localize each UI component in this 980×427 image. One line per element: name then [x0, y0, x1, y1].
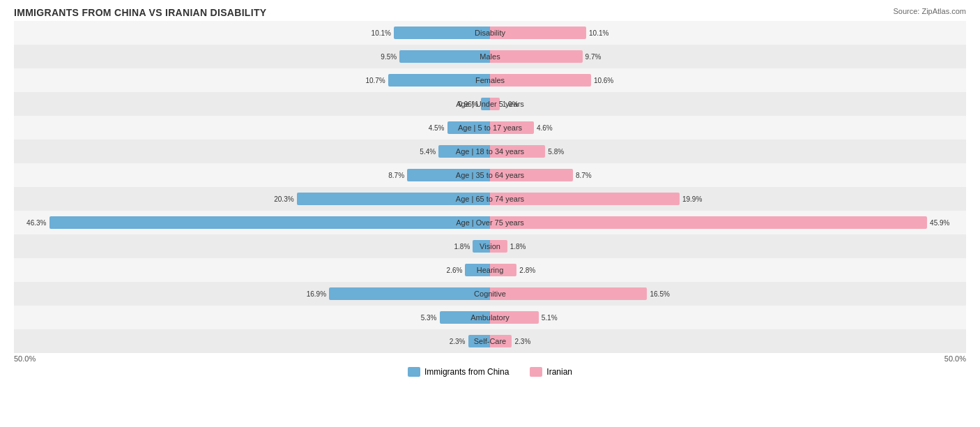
- bar-label: Age | Under 5 years: [453, 100, 527, 108]
- bar-label: Age | 18 to 34 years: [453, 147, 527, 156]
- val-right: 8.7%: [576, 172, 592, 179]
- bar-label: Age | 35 to 64 years: [453, 171, 527, 179]
- bar-left: [329, 287, 490, 300]
- bar-right: [490, 287, 647, 300]
- legend: Immigrants from China Iranian: [14, 367, 966, 377]
- bar-label: Age | Over 75 years: [453, 218, 527, 227]
- chart-row: Age | Over 75 years46.3%45.9%: [14, 211, 966, 234]
- val-left: 10.1%: [372, 29, 391, 37]
- chart-row: Age | 35 to 64 years8.7%8.7%: [14, 163, 966, 187]
- bar-label: Ambulatory: [468, 313, 512, 322]
- val-left: 8.7%: [388, 172, 404, 179]
- val-right: 4.6%: [537, 124, 553, 132]
- legend-item-right: Iranian: [530, 367, 572, 377]
- legend-box-left: [408, 367, 420, 377]
- chart-row: Ambulatory5.3%5.1%: [14, 306, 966, 329]
- bar-right: [490, 216, 927, 229]
- legend-label-left: Immigrants from China: [424, 367, 509, 377]
- chart-title: IMMIGRANTS FROM CHINA VS IRANIAN DISABIL…: [14, 7, 966, 18]
- legend-box-right: [530, 367, 542, 377]
- val-right: 2.8%: [519, 267, 535, 274]
- val-left: 2.3%: [450, 338, 466, 345]
- val-right: 10.1%: [589, 29, 608, 37]
- val-left: 2.6%: [447, 267, 463, 274]
- bar-label: Disability: [472, 29, 508, 37]
- val-left: 46.3%: [26, 219, 46, 227]
- val-left: 10.7%: [365, 77, 385, 84]
- bar-label: Males: [477, 52, 503, 61]
- bar-label: Vision: [477, 242, 503, 250]
- val-left: 4.5%: [429, 124, 445, 132]
- bar-label: Age | 5 to 17 years: [455, 123, 525, 132]
- val-left: 5.3%: [421, 314, 437, 322]
- legend-label-right: Iranian: [546, 367, 572, 377]
- chart-row: Vision1.8%1.8%: [14, 234, 966, 258]
- bar-label: Females: [473, 76, 507, 84]
- val-right: 10.6%: [594, 77, 613, 84]
- bar-label: Hearing: [474, 266, 507, 274]
- chart-row: Age | 5 to 17 years4.5%4.6%: [14, 116, 966, 140]
- chart-row: Disability10.1%10.1%: [14, 21, 966, 45]
- axis-right: 50.0%: [944, 354, 966, 363]
- legend-item-left: Immigrants from China: [408, 367, 509, 377]
- chart-row: Age | 65 to 74 years20.3%19.9%: [14, 187, 966, 211]
- val-left: 1.8%: [454, 243, 470, 250]
- chart-container: IMMIGRANTS FROM CHINA VS IRANIAN DISABIL…: [0, 0, 980, 427]
- chart-row: Hearing2.6%2.8%: [14, 258, 966, 282]
- val-right: 2.3%: [515, 338, 531, 345]
- chart-row: Females10.7%10.6%: [14, 68, 966, 92]
- bar-label: Cognitive: [471, 290, 509, 298]
- val-right: 5.1%: [542, 314, 558, 322]
- chart-wrapper: Disability10.1%10.1%Males9.5%9.7%Females…: [14, 21, 966, 353]
- val-right: 45.9%: [930, 219, 949, 227]
- val-left: 5.4%: [420, 148, 436, 156]
- bar-right: [490, 50, 583, 63]
- val-left: 9.5%: [381, 53, 397, 61]
- val-right: 16.5%: [650, 290, 669, 298]
- chart-row: Males9.5%9.7%: [14, 45, 966, 68]
- chart-row: Cognitive16.9%16.5%: [14, 282, 966, 306]
- val-left: 20.3%: [274, 195, 293, 203]
- val-right: 19.9%: [682, 195, 702, 203]
- chart-row: Age | Under 5 years0.96%1.0%: [14, 92, 966, 116]
- chart-row: Age | 18 to 34 years5.4%5.8%: [14, 140, 966, 163]
- val-right: 1.8%: [510, 243, 526, 250]
- bar-left: [49, 216, 490, 229]
- val-left: 16.9%: [307, 290, 326, 298]
- val-right: 9.7%: [585, 53, 602, 61]
- axis-left: 50.0%: [14, 354, 36, 363]
- chart-row: Self-Care2.3%2.3%: [14, 329, 966, 353]
- bar-label: Age | 65 to 74 years: [453, 195, 527, 203]
- bar-label: Self-Care: [471, 337, 509, 345]
- source-label: Source: ZipAtlas.com: [893, 7, 966, 15]
- axis-labels: 50.0% 50.0%: [14, 354, 966, 363]
- val-right: 5.8%: [548, 148, 564, 156]
